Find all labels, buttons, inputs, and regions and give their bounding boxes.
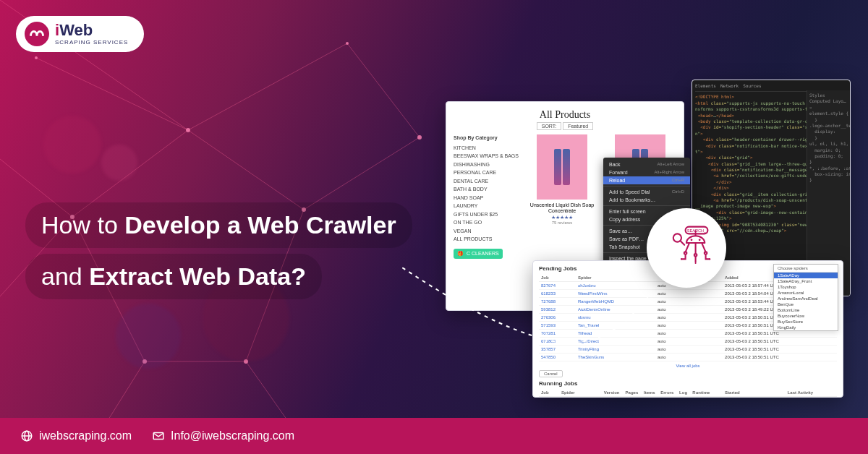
dropdown-item: KingDaily [774,325,838,330]
headline-line1-pre: How to [41,211,124,239]
context-menu-item: Enter full screenF11 [603,207,690,215]
star-icon: ★★★★★ [551,215,573,220]
dropdown-item: BottomLine [774,307,838,313]
category-sidebar: Shop By Category KITCHEN BEESWAX WRAPS &… [454,134,519,259]
svg-line-38 [681,241,685,245]
website-item: iwebscraping.com [20,429,132,442]
context-menu-item: Add to Bookmarks… [603,196,690,204]
cancel-button: Cancel [539,370,563,377]
dropdown-item: 1SaleADay_Front [774,278,838,284]
svg-point-25 [699,239,701,241]
pending-jobs-table: JobSpiderAdded 827674ohJosbroauto2013-05… [539,274,837,361]
products-title: All Products [454,109,676,121]
svg-line-2 [188,130,304,210]
svg-line-10 [347,43,420,137]
svg-rect-22 [686,227,708,234]
browser-context-menu: BackAlt+Left ArrowForwardAlt+Right Arrow… [603,158,690,285]
bokeh-dot [116,304,181,369]
sort-label: SORT: [537,122,562,130]
table-row: 707281Tilheadauto2013-05-03 2 18:50:51 U… [539,330,837,338]
dropdown-item: BuycoverNow [774,313,838,319]
star-icon: ★★★★★ [629,215,651,220]
products-page-mock: All Products SORT: Featured Shop By Cate… [446,101,684,311]
svg-point-21 [346,42,349,45]
headline: How to Develop a Web Crawler and Extract… [25,202,412,305]
svg-point-32 [694,254,697,257]
spider-dropdown: Choose spiders 1SaleADay1SaleADay_Front1… [773,264,838,331]
devtools-tab: Sources [743,83,761,89]
dropdown-item: AndrewSamAndDeal [774,296,838,301]
table-row: 671808TigerDirectauto2013-05-03 2 18:50:… [539,338,837,346]
view-all-link: View all jobs [539,361,837,370]
logo-mark-icon [25,22,49,46]
devtools-panel: Elements Network Sources <!DOCTYPE html>… [692,80,851,296]
product-reviews: reviews [633,220,647,225]
gift-tag: 🎁C CLEANERS [454,249,503,260]
svg-line-28 [686,244,689,252]
context-menu-item: Inspect the page [603,254,690,262]
context-menu-item: Add to Speed DialCtrl+D [603,188,690,196]
category-item: DENTAL CARE [454,178,519,186]
context-menu-item: Save as PDF… [603,235,690,243]
footer-bar: iwebscraping.com Info@iwebscraping.com [0,418,868,454]
svg-line-30 [702,244,706,252]
globe-icon [20,429,33,442]
devtools-tabs: Elements Network Sources [695,83,847,92]
devtools-tab: Network [720,83,739,89]
context-menu-item: Tab Snapshot [603,243,690,251]
category-item: DISHWASHING [454,161,519,169]
category-item: ON THE GO [454,219,519,227]
category-item: ALL PRODUCTS [454,236,519,244]
table-row: 593812AtotiDenisOnlineauto2013-05-03 2 1… [539,306,837,314]
context-menu-item: ReloadCtrl+R [603,176,690,184]
context-menu-item: Open frame [603,262,690,270]
context-menu-item: ForwardAlt+Right Arrow [603,168,690,176]
table-row: 727688RangerWebHQMDauto2013-05-03 2 18:5… [539,298,837,306]
bokeh-dot [101,145,137,181]
dropdown-item: 1SaleADay [774,273,838,278]
svg-point-33 [705,252,707,254]
table-row: 827674ohJosbroauto2013-05-03 2 18:57:44 … [539,282,837,290]
brand-rest: Web [59,21,93,39]
brand-logo: iWeb SCRAPING SERVICES [16,16,144,52]
email-text: Info@iwebscraping.com [171,429,294,442]
svg-line-9 [188,43,347,130]
svg-point-14 [186,128,190,132]
pending-jobs-title: Pending Jobs [539,265,837,272]
category-item: KITCHEN [454,145,519,153]
robot-search-label: SEARCH_ [687,228,707,233]
crawler-robot-icon: SEARCH_ [647,208,726,288]
svg-point-31 [684,252,687,254]
table-row: 547850TheSkinGunsauto2013-05-03 2 18:50:… [539,354,837,361]
dropdown-item: BuySexStore [774,319,838,325]
product-name: Unscented Liquid Dish Soap Concentrate [526,202,598,215]
brand-subtitle: SCRAPING SERVICES [55,40,128,46]
running-jobs-title: Running Jobs [539,380,837,387]
email-item: Info@iwebscraping.com [152,429,294,442]
category-item: HAND SOAP [454,194,519,202]
table-row: 618233WeedFirstWinsauto2013-05-03 2 18:5… [539,290,837,298]
bokeh-dot [43,116,101,174]
svg-point-27 [694,231,697,233]
headline-line2-strong: Extract Web Data? [89,262,306,290]
svg-point-34 [681,258,682,260]
category-item: GIFTS UNDER $25 [454,211,519,219]
dropdown-item: AmazonLocal [774,290,838,296]
devtools-html-tree: <!DOCTYPE html> <html class="supports-js… [695,94,847,239]
svg-point-36 [709,258,710,260]
devtools-styles-pane: Styles Computed Layo… » element.style { … [807,90,850,296]
context-menu-item: Page source [603,274,690,282]
category-item: BATH & BODY [454,186,519,194]
svg-point-20 [35,56,38,59]
product-card: Citrus Basil Dish Soap Concentrate ★★★★★… [604,134,676,259]
svg-point-24 [691,239,693,241]
mail-icon [152,429,165,442]
website-text: iwebscraping.com [39,429,132,442]
gift-icon: 🎁 [457,250,464,258]
category-item: PERSONAL CARE [454,169,519,177]
dropdown-item: 1Toyshop [774,284,838,290]
category-sidebar-head: Shop By Category [454,134,519,142]
table-row: 571593Tan_Travelauto2013-05-03 2 18:50:5… [539,322,837,330]
table-row: 276306sbsmuauto2013-05-03 2 18:50:51 UTC [539,314,837,322]
product-card: Unscented Liquid Dish Soap Concentrate ★… [526,134,598,259]
